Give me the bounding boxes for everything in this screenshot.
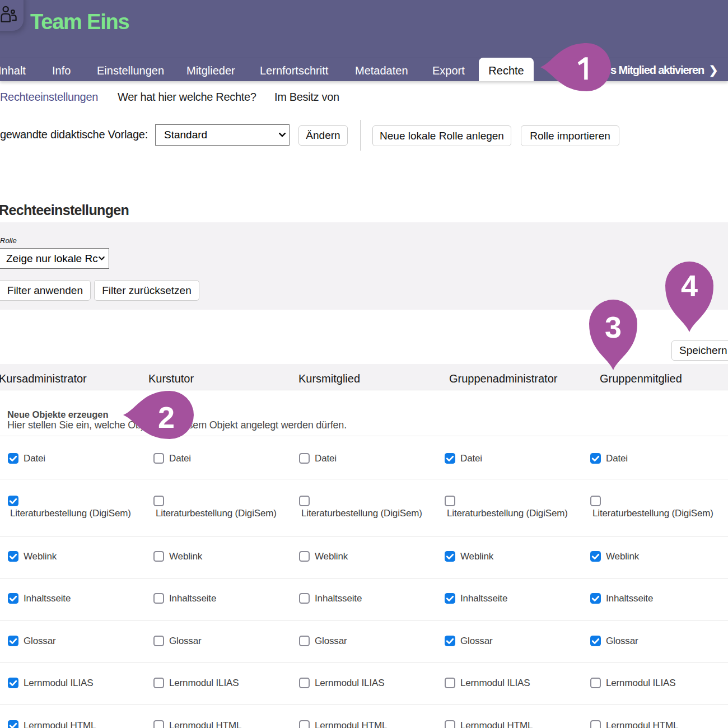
svg-text:2: 2	[158, 400, 175, 434]
svg-text:3: 3	[605, 310, 622, 344]
svg-text:4: 4	[681, 269, 698, 302]
